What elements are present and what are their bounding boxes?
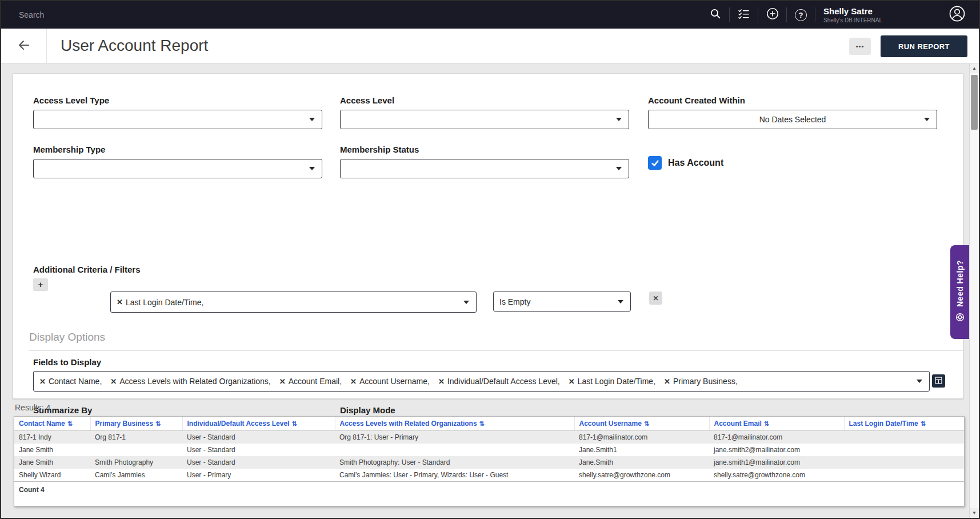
table-row[interactable]: Jane Smith User - Standard Jane.Smith1 j… [14,444,964,456]
results-table-card: Contact Name⇅ Primary Business⇅ Individu… [14,416,965,506]
membership-type-select[interactable] [33,159,322,178]
col-header-primary-business[interactable]: Primary Business⇅ [90,417,182,431]
cell: Smith Photography [90,456,182,469]
cell: User - Standard [182,444,335,456]
additional-criteria-label: Additional Criteria / Filters [33,265,141,274]
chevron-down-icon [616,118,622,121]
checklist-icon [738,8,750,22]
col-header-contact-name[interactable]: Contact Name⇅ [14,417,90,431]
sort-icon: ⇅ [67,420,73,427]
field-chip-label: Primary Business, [673,377,738,386]
add-button[interactable] [758,1,786,29]
add-criteria-button[interactable]: + [33,278,48,290]
field-chip: ✕ Contact Name, [39,377,102,386]
sort-icon: ⇅ [291,420,297,427]
field-chip: ✕ Account Username, [350,377,430,386]
global-search-input[interactable]: Search [19,10,44,19]
cell: jane.smith1@mailinator.com [709,456,844,469]
back-button[interactable] [1,29,47,63]
column-layout-button[interactable] [932,374,945,388]
field-chip: ✕ Last Login Date/Time, [569,377,655,386]
question-icon: ? [795,9,807,21]
divider [29,350,963,351]
col-header-account-username[interactable]: Account Username⇅ [574,417,709,431]
chevron-down-icon [618,300,623,304]
col-header-individual-default-access-level[interactable]: Individual/Default Access Level⇅ [182,417,335,431]
remove-chip-icon[interactable]: ✕ [117,298,123,306]
cell: User - Standard [182,431,335,444]
remove-chip-icon[interactable]: ✕ [39,377,46,386]
remove-chip-icon[interactable]: ✕ [110,377,117,386]
cell: Cami's Jammies: User - Primary, Wizards:… [335,469,574,482]
page-header: User Account Report ••• RUN REPORT [1,29,979,63]
field-chip: ✕ Individual/Default Access Level, [438,377,560,386]
chevron-down-icon [463,301,469,304]
cell [844,431,964,444]
sort-icon: ⇅ [644,420,649,427]
cell [844,444,964,456]
chevron-down-icon [309,167,315,170]
col-header-label: Account Email [714,420,762,428]
cell: Jane.Smith [574,456,709,469]
criteria-operator-select[interactable]: Is Empty [493,292,631,312]
access-level-select[interactable] [340,110,629,129]
scroll-down-icon[interactable]: ▼ [970,508,979,518]
has-account-checkbox[interactable]: Has Account [648,156,723,170]
scrollbar-thumb[interactable] [971,75,978,130]
user-menu[interactable]: Shelly Satre Shelly's DB INTERNAL [823,6,891,25]
membership-type-label: Membership Type [33,145,105,154]
col-header-account-email[interactable]: Account Email⇅ [709,417,844,431]
access-level-label: Access Level [340,95,394,105]
results-table: Contact Name⇅ Primary Business⇅ Individu… [14,417,964,498]
cell: jane.smith2@mailinator.com [709,444,844,456]
need-help-label: Need Help? [955,260,965,307]
remove-chip-icon[interactable]: ✕ [438,377,445,386]
field-chip: ✕ Primary Business, [664,377,738,386]
field-chip: ✕ Access Levels with Related Organizatio… [110,377,270,386]
remove-criteria-button[interactable]: ✕ [649,292,662,305]
criteria-field-select[interactable]: ✕ Last Login Date/Time, [110,292,477,313]
col-header-last-login[interactable]: Last Login Date/Time⇅ [844,417,964,431]
chevron-down-icon [917,380,922,383]
chevron-down-icon [616,167,622,170]
account-created-within-label: Account Created Within [648,95,745,105]
remove-chip-icon[interactable]: ✕ [664,377,670,386]
cell: User - Primary [182,469,335,482]
cell [90,444,182,456]
access-level-type-select[interactable] [33,110,322,129]
table-row[interactable]: 817-1 Indy Org 817-1 User - Standard Org… [14,431,964,444]
vertical-scrollbar[interactable]: ▲ ▼ [969,63,979,518]
user-avatar-icon [949,5,966,25]
membership-status-select[interactable] [340,159,629,178]
cell: Org 817-1 [90,431,182,444]
table-row[interactable]: Jane Smith Smith Photography User - Stan… [14,456,964,469]
account-created-within-select[interactable]: No Dates Selected [648,110,937,129]
remove-chip-icon[interactable]: ✕ [279,377,286,386]
topbar: Search ? Shelly Satre Shelly's DB INTE [1,1,979,29]
fields-to-display-select[interactable]: ✕ Contact Name, ✕ Access Levels with Rel… [33,371,930,392]
remove-chip-icon[interactable]: ✕ [350,377,357,386]
select-value: No Dates Selected [759,115,826,124]
cell: Jane Smith [14,456,90,469]
back-arrow-icon [17,38,31,54]
grid-icon [935,377,942,386]
need-help-tab[interactable]: Need Help? [950,245,969,339]
remove-chip-icon[interactable]: ✕ [569,377,575,386]
divider [815,7,815,22]
tasks-button[interactable] [730,1,758,29]
col-header-access-levels-related-orgs[interactable]: Access Levels with Related Organizations… [335,417,574,431]
count-row: Count 4 [14,482,964,498]
more-options-button[interactable]: ••• [849,38,871,55]
avatar[interactable] [948,6,966,24]
membership-status-label: Membership Status [340,145,419,154]
search-button[interactable] [701,1,729,29]
run-report-button[interactable]: RUN REPORT [881,35,967,57]
report-options-card: Access Level Type Access Level Account C… [13,73,963,399]
help-button[interactable]: ? [787,1,815,29]
scroll-up-icon[interactable]: ▲ [970,63,979,73]
table-row[interactable]: Shelly Wizard Cami's Jammies User - Prim… [14,469,964,482]
results-count-label: Results: 4 [15,403,50,412]
cell: Jane Smith [14,444,90,456]
checkbox-checked-icon [648,156,662,170]
cell: Shelly Wizard [14,469,90,482]
